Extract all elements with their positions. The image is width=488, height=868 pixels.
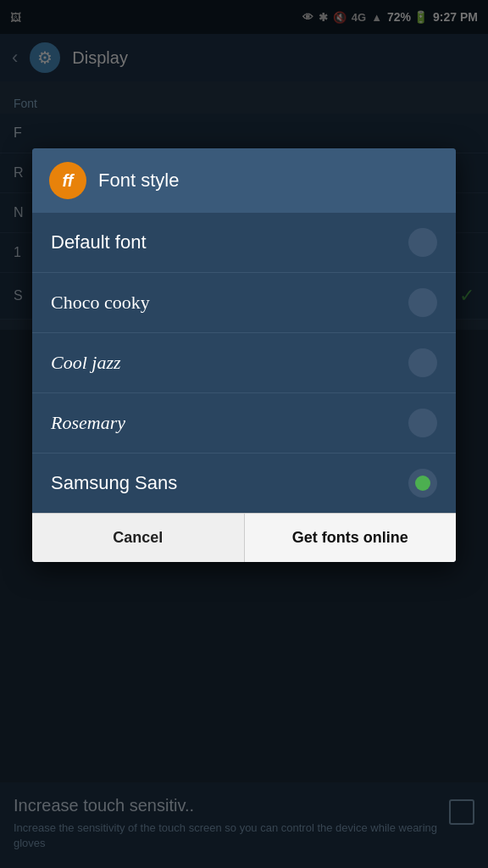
font-item-default[interactable]: Default font — [32, 213, 456, 273]
font-item-samsung[interactable]: Samsung Sans — [32, 453, 456, 513]
font-name-cool: Cool jazz — [51, 352, 121, 374]
radio-default[interactable] — [408, 228, 437, 257]
ff-logo: ff — [49, 162, 86, 199]
font-name-samsung: Samsung Sans — [51, 472, 177, 494]
radio-cool[interactable] — [408, 348, 437, 377]
font-name-choco: Choco cooky — [51, 292, 150, 314]
radio-rosemary[interactable] — [408, 409, 437, 437]
get-fonts-button[interactable]: Get fonts online — [245, 514, 457, 562]
cancel-button[interactable]: Cancel — [32, 514, 245, 562]
font-style-dialog: ff Font style Default font Choco cooky C… — [32, 148, 456, 562]
font-item-choco[interactable]: Choco cooky — [32, 273, 456, 333]
dialog-header: ff Font style — [32, 148, 456, 213]
font-item-cool[interactable]: Cool jazz — [32, 333, 456, 393]
font-item-rosemary[interactable]: Rosemary — [32, 393, 456, 453]
radio-samsung[interactable] — [408, 469, 437, 498]
font-name-default: Default font — [51, 231, 147, 253]
font-name-rosemary: Rosemary — [51, 412, 125, 434]
dialog-buttons: Cancel Get fonts online — [32, 513, 456, 562]
radio-choco[interactable] — [408, 288, 437, 317]
dialog-title: Font style — [98, 170, 179, 192]
font-list: Default font Choco cooky Cool jazz Rosem… — [32, 213, 456, 513]
